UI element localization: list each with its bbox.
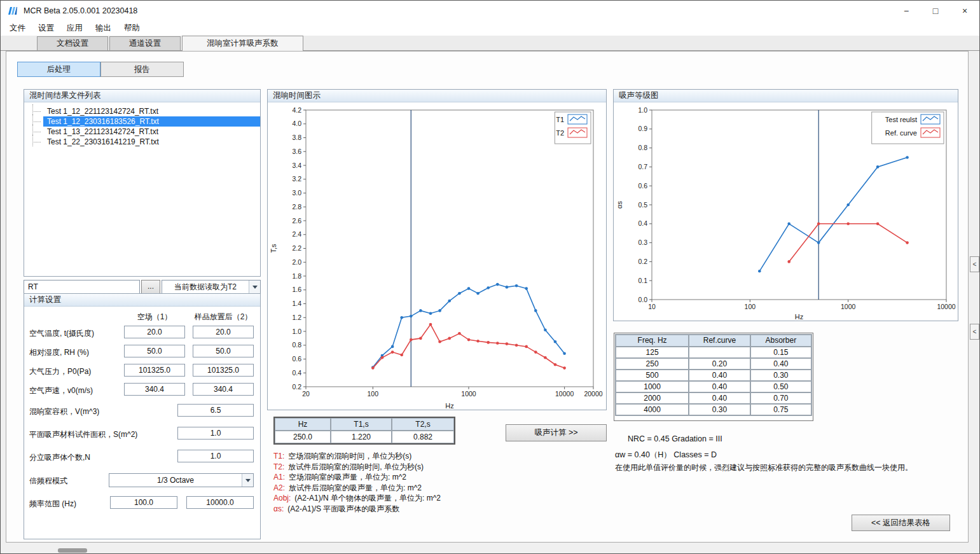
rt-chart[interactable]: 0.20.40.60.81.01.21.41.61.82.02.22.42.62… <box>268 102 606 411</box>
file-list-item[interactable]: Test 1_12_221123142724_RT.txt <box>24 106 260 116</box>
horizontal-scrollbar-thumb[interactable] <box>58 548 87 553</box>
svg-text:T1: T1 <box>556 116 564 123</box>
tab-1[interactable]: 通道设置 <box>109 36 181 50</box>
note-key-3: A2: <box>273 483 285 492</box>
absorption-table-header: Absorber <box>750 335 811 347</box>
svg-text:1.0: 1.0 <box>638 106 647 114</box>
collapse-panel-icon[interactable]: < <box>970 256 979 272</box>
absorption-table-row[interactable]: 20000.400.70 <box>616 392 811 404</box>
data-read-dropdown[interactable]: 当前数据读取为T2 <box>162 280 261 294</box>
legend-notes: T1:空场混响室的混响时间，单位为秒(s)T2:放试件后混响室的混响时间, 单位… <box>273 451 490 514</box>
menu-item-4[interactable]: 帮助 <box>118 21 146 36</box>
file-list-item[interactable]: Test 1_22_230316141219_RT.txt <box>24 137 260 147</box>
svg-text:0.8: 0.8 <box>292 341 301 349</box>
svg-text:3.8: 3.8 <box>292 134 301 141</box>
absorption-table-row[interactable]: 1250.15 <box>616 347 811 358</box>
close-button[interactable]: × <box>950 1 979 21</box>
file-list: Test 1_12_221123142724_RT.txtTest 1_12_2… <box>24 102 260 147</box>
calc-row-1: 相对湿度, RH (%) <box>24 342 260 361</box>
calc-settings-group: 计算设置 空场（1） 样品放置后（2） 空气温度, t(摄氏度)相对湿度, RH… <box>24 293 261 539</box>
svg-text:0.5: 0.5 <box>638 201 647 209</box>
browse-button[interactable]: ... <box>141 280 160 294</box>
octave-mode-value: 1/3 Octave <box>109 476 242 485</box>
calc-single-row-0-field[interactable] <box>177 404 254 417</box>
absorption-calc-button[interactable]: 吸声计算 >> <box>506 424 607 441</box>
svg-text:Ref. curve: Ref. curve <box>885 129 917 137</box>
absorption-table-row[interactable]: 2500.200.40 <box>616 358 811 370</box>
absorption-table-header: Ref.curve <box>689 335 750 347</box>
chevron-down-icon[interactable] <box>242 474 253 487</box>
calc-row-2-field2[interactable] <box>193 364 254 377</box>
subtabs: 后处理报告 <box>17 62 184 77</box>
absorption-note-text: 在使用此单值评价量的时候，强烈建议与按照标准获得的完整的吸声系数曲线一块使用。 <box>615 462 963 473</box>
calc-single-row-0-label: 混响室容积，V(m^3) <box>29 406 99 417</box>
cursor-table-header: T1,s <box>331 418 392 431</box>
minimize-button[interactable]: − <box>892 1 921 21</box>
cursor-table-value: 1.220 <box>331 431 392 443</box>
subtab-1[interactable]: 报告 <box>100 62 184 77</box>
calc-row-1-field2[interactable] <box>193 345 254 357</box>
nrc-result-text: NRC = 0.45 Gradation = III <box>628 434 722 443</box>
calc-column-headers: 空场（1） 样品放置后（2） <box>24 307 260 323</box>
cursor-table-value-row: 250.01.2200.882 <box>275 431 454 443</box>
calc-row-0-field1[interactable] <box>124 326 185 338</box>
freq-range-label: 频率范围 (Hz) <box>29 499 76 509</box>
note-line-2: A1:空场混响室的吸声量，单位为: m^2 <box>273 472 490 483</box>
svg-text:3.6: 3.6 <box>292 148 301 155</box>
rt-chart-title: 混响时间图示 <box>268 90 606 102</box>
absorption-table-row[interactable]: 40000.300.75 <box>616 404 811 415</box>
calc-row-3-field1[interactable] <box>124 383 185 396</box>
horizontal-scrollbar[interactable] <box>6 548 969 553</box>
svg-text:0.2: 0.2 <box>638 258 647 265</box>
svg-text:1.0: 1.0 <box>292 328 301 335</box>
menu-item-2[interactable]: 应用 <box>60 21 89 36</box>
svg-text:2.0: 2.0 <box>292 258 301 266</box>
chevron-down-icon[interactable] <box>249 280 260 293</box>
svg-text:Hz: Hz <box>445 402 453 410</box>
cursor-table-value: 0.882 <box>392 431 454 443</box>
svg-text:1.6: 1.6 <box>292 286 301 293</box>
absorption-table-row[interactable]: 5000.400.30 <box>616 370 811 381</box>
back-to-results-button[interactable]: << 返回结果表格 <box>852 515 950 531</box>
menu-item-3[interactable]: 输出 <box>89 21 118 36</box>
calc-row-0-label: 空气温度, t(摄氏度) <box>29 328 94 339</box>
absorption-table-row[interactable]: 10000.400.50 <box>616 381 811 392</box>
freq-min-field[interactable] <box>110 496 177 509</box>
calc-row-1-field1[interactable] <box>124 345 185 357</box>
rt-name-input[interactable] <box>24 280 140 294</box>
freq-max-field[interactable] <box>186 496 254 509</box>
svg-text:T2: T2 <box>556 129 564 137</box>
tab-0[interactable]: 文档设置 <box>37 36 108 50</box>
tab-2[interactable]: 混响室计算吸声系数 <box>182 36 303 51</box>
svg-text:0.4: 0.4 <box>292 369 301 377</box>
subtab-0[interactable]: 后处理 <box>17 62 100 77</box>
calc-row-2-field1[interactable] <box>124 364 185 377</box>
note-key-0: T1: <box>273 452 284 461</box>
calc-single-row-2-field[interactable] <box>177 450 254 462</box>
octave-mode-dropdown[interactable]: 1/3 Octave <box>109 473 254 487</box>
calc-row-3-field2[interactable] <box>193 383 254 396</box>
calc-row-0-field2[interactable] <box>193 326 254 338</box>
col1-header: 空场（1） <box>124 312 185 322</box>
calc-single-row-1-field[interactable] <box>177 427 254 440</box>
calc-row-1-label: 相对湿度, RH (%) <box>29 347 89 358</box>
svg-text:100: 100 <box>745 303 756 310</box>
menu-item-1[interactable]: 设置 <box>32 21 60 36</box>
freq-range-row: 频率范围 (Hz) <box>24 492 260 514</box>
file-list-item[interactable]: Test 1_12_230316183526_RT.txt <box>24 116 260 127</box>
absorption-table: Freq. HzRef.curveAbsorber1250.152500.200… <box>615 334 812 416</box>
note-key-5: αs: <box>273 504 284 513</box>
svg-text:1000: 1000 <box>461 390 476 398</box>
menu-item-0[interactable]: 文件 <box>3 21 32 36</box>
maximize-button[interactable]: □ <box>921 1 950 21</box>
calc-row-3: 空气声速，v0(m/s) <box>24 380 260 399</box>
svg-text:20: 20 <box>302 390 310 398</box>
file-list-item[interactable]: Test 1_13_221123142724_RT.txt <box>24 127 260 137</box>
absorption-chart[interactable]: 0.00.10.20.30.40.50.60.70.80.91.01010010… <box>614 102 958 322</box>
svg-text:20000: 20000 <box>584 390 602 398</box>
note-line-0: T1:空场混响室的混响时间，单位为秒(s) <box>273 451 490 462</box>
absorption-table-wrap: Freq. HzRef.curveAbsorber1250.152500.200… <box>614 333 813 421</box>
collapse-panel-icon[interactable]: < <box>970 324 979 340</box>
svg-text:0.7: 0.7 <box>638 163 647 170</box>
cursor-value-table: HzT1,sT2,s250.01.2200.882 <box>273 417 455 445</box>
